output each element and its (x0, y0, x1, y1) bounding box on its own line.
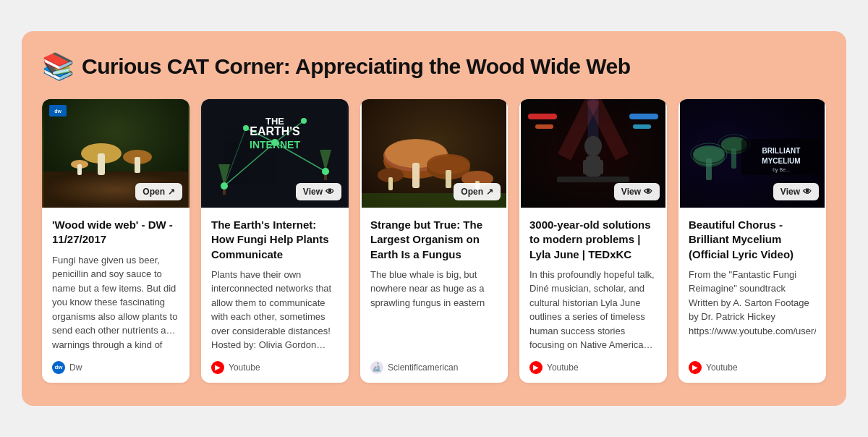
card-mycelium: BRILLIANT MYCELIUM by Be... View 👁 Beaut… (678, 99, 826, 383)
card-strange-true: Open ↗ Strange but True: The Largest Org… (360, 99, 508, 383)
card-body-5: Beautiful Chorus - Brilliant Mycelium (O… (678, 208, 826, 383)
card-desc-1: Fungi have given us beer, penicillin and… (52, 253, 179, 352)
svg-rect-35 (446, 170, 451, 188)
view-icon-5: 👁 (803, 187, 812, 197)
svg-point-23 (301, 118, 307, 124)
view-label-5: View (780, 187, 800, 197)
card-source-3: 🔬 Scientificamerican (370, 361, 498, 374)
svg-point-45 (584, 136, 602, 156)
card-source-2: ▶ Youtube (211, 361, 339, 374)
card-desc-5: From the "Fantastic Fungi Reimagine" sou… (689, 268, 816, 352)
card-fungi-dw: dw Open ↗ 'Wood wide web' - DW - 11/27/2… (42, 99, 190, 383)
card-desc-4: In this profoundly hopeful talk, Diné mu… (529, 268, 657, 352)
open-label-3: Open (461, 187, 483, 197)
card-ted: View 👁 3000-year-old solutions to modern… (519, 99, 667, 383)
source-name-4: Youtube (547, 362, 579, 373)
svg-rect-49 (557, 177, 629, 182)
page-title: Curious CAT Corner: Appreciating the Woo… (82, 54, 631, 79)
svg-rect-52 (535, 124, 553, 129)
open-icon-3: ↗ (486, 187, 493, 197)
svg-rect-47 (583, 160, 592, 174)
svg-text:MYCELIUM: MYCELIUM (762, 157, 800, 165)
svg-text:dw: dw (54, 109, 61, 114)
view-icon-2: 👁 (326, 187, 334, 197)
card-earths-internet: THE EARTH'S INTERNET View 👁 The Earth's … (201, 99, 349, 383)
card-title-4: 3000-year-old solutions to modern proble… (529, 218, 657, 262)
source-icon-dw: dw (52, 361, 65, 374)
card-title-2: The Earth's Internet: How Fungi Help Pla… (211, 218, 339, 262)
svg-rect-3 (98, 153, 105, 175)
svg-text:INTERNET: INTERNET (250, 139, 300, 150)
card-title-1: 'Wood wide web' - DW - 11/27/2017 (52, 218, 179, 247)
open-button-1[interactable]: Open ↗ (135, 183, 182, 200)
svg-rect-51 (629, 114, 658, 119)
source-name-2: Youtube (229, 362, 260, 373)
card-source-5: ▶ Youtube (689, 361, 816, 374)
svg-rect-37 (388, 177, 393, 190)
svg-text:EARTH'S: EARTH'S (250, 125, 300, 137)
svg-point-22 (322, 168, 329, 175)
view-button-2[interactable]: View 👁 (296, 183, 341, 200)
card-thumbnail-2: THE EARTH'S INTERNET View 👁 (201, 99, 349, 208)
card-body-4: 3000-year-old solutions to modern proble… (519, 208, 667, 383)
card-thumbnail-3: Open ↗ (360, 99, 508, 208)
open-button-3[interactable]: Open ↗ (454, 183, 501, 200)
open-label-1: Open (142, 187, 165, 197)
card-desc-2: Plants have their own interconnected net… (211, 268, 339, 352)
card-body-2: The Earth's Internet: How Fungi Help Pla… (201, 208, 349, 383)
source-icon-sci: 🔬 (370, 361, 383, 374)
svg-rect-48 (595, 160, 603, 174)
svg-rect-32 (412, 163, 420, 188)
card-title-3: Strange but True: The Largest Organism o… (370, 218, 498, 262)
card-desc-3: The blue whale is big, but nowhere near … (370, 268, 498, 352)
card-body-3: Strange but True: The Largest Organism o… (360, 208, 508, 383)
view-label-4: View (621, 187, 641, 197)
header-emoji: 📚 (42, 51, 75, 82)
card-thumbnail-1: dw Open ↗ (42, 99, 190, 208)
svg-rect-5 (135, 157, 140, 173)
svg-point-24 (243, 125, 249, 131)
source-name-1: Dw (69, 362, 82, 373)
source-icon-youtube-4: ▶ (529, 361, 542, 374)
view-button-4[interactable]: View 👁 (614, 183, 660, 200)
view-icon-4: 👁 (644, 187, 652, 197)
svg-rect-53 (633, 124, 651, 129)
svg-text:BRILLIANT: BRILLIANT (762, 147, 801, 155)
source-name-5: Youtube (706, 362, 738, 373)
card-thumbnail-5: BRILLIANT MYCELIUM by Be... View 👁 (678, 99, 826, 208)
svg-rect-57 (706, 158, 712, 180)
cards-row: dw Open ↗ 'Wood wide web' - DW - 11/27/2… (42, 99, 826, 383)
card-source-1: dw Dw (52, 361, 179, 374)
page-container: 📚 Curious CAT Corner: Appreciating the W… (22, 31, 846, 406)
view-label-2: View (303, 187, 323, 197)
svg-rect-7 (77, 164, 82, 175)
svg-rect-60 (731, 148, 736, 169)
card-title-5: Beautiful Chorus - Brilliant Mycelium (O… (689, 218, 816, 262)
source-name-3: Scientificamerican (388, 362, 458, 373)
card-source-4: ▶ Youtube (529, 361, 657, 374)
source-icon-youtube-2: ▶ (211, 361, 224, 374)
svg-text:by Be...: by Be... (773, 167, 790, 173)
card-body-1: 'Wood wide web' - DW - 11/27/2017 Fungi … (42, 208, 190, 383)
card-thumbnail-4: View 👁 (519, 99, 667, 208)
svg-rect-50 (528, 114, 557, 119)
open-icon-1: ↗ (168, 187, 175, 197)
svg-point-20 (221, 182, 228, 190)
source-icon-youtube-5: ▶ (689, 361, 702, 374)
page-header: 📚 Curious CAT Corner: Appreciating the W… (42, 51, 826, 82)
view-button-5[interactable]: View 👁 (773, 183, 819, 200)
